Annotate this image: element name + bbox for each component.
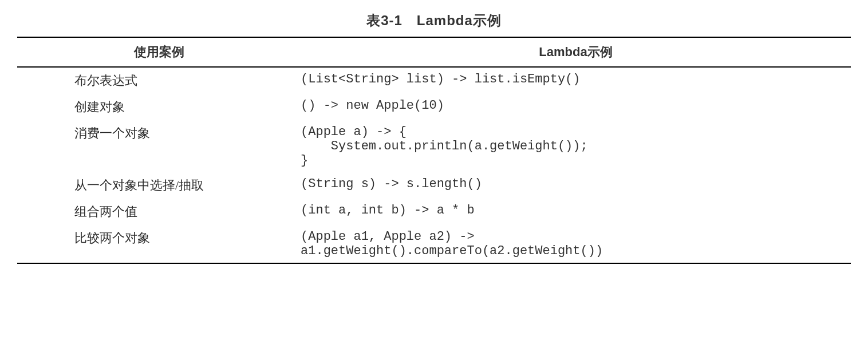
cell-example: (List<String> list) -> list.isEmpty() bbox=[301, 67, 851, 94]
table-header-row: 使用案例 Lambda示例 bbox=[17, 37, 851, 67]
table-caption: 表3-1 Lambda示例 bbox=[17, 11, 851, 30]
table-row: 消费一个对象(Apple a) -> { System.out.println(… bbox=[17, 120, 851, 172]
cell-example: (Apple a1, Apple a2) -> a1.getWeight().c… bbox=[301, 225, 851, 263]
cell-example: () -> new Apple(10) bbox=[301, 94, 851, 120]
table-row: 组合两个值(int a, int b) -> a * b bbox=[17, 199, 851, 225]
table-row: 布尔表达式(List<String> list) -> list.isEmpty… bbox=[17, 67, 851, 94]
cell-example: (Apple a) -> { System.out.println(a.getW… bbox=[301, 120, 851, 172]
lambda-examples-table: 使用案例 Lambda示例 布尔表达式(List<String> list) -… bbox=[17, 37, 851, 264]
header-example: Lambda示例 bbox=[301, 37, 851, 67]
cell-usecase: 从一个对象中选择/抽取 bbox=[17, 172, 301, 199]
cell-usecase: 比较两个对象 bbox=[17, 225, 301, 263]
table-row: 创建对象() -> new Apple(10) bbox=[17, 94, 851, 120]
cell-usecase: 布尔表达式 bbox=[17, 67, 301, 94]
cell-usecase: 组合两个值 bbox=[17, 199, 301, 225]
cell-usecase: 创建对象 bbox=[17, 94, 301, 120]
header-usecase: 使用案例 bbox=[17, 37, 301, 67]
table-row: 从一个对象中选择/抽取(String s) -> s.length() bbox=[17, 172, 851, 199]
cell-usecase: 消费一个对象 bbox=[17, 120, 301, 172]
table-row: 比较两个对象(Apple a1, Apple a2) -> a1.getWeig… bbox=[17, 225, 851, 263]
cell-example: (int a, int b) -> a * b bbox=[301, 199, 851, 225]
cell-example: (String s) -> s.length() bbox=[301, 172, 851, 199]
